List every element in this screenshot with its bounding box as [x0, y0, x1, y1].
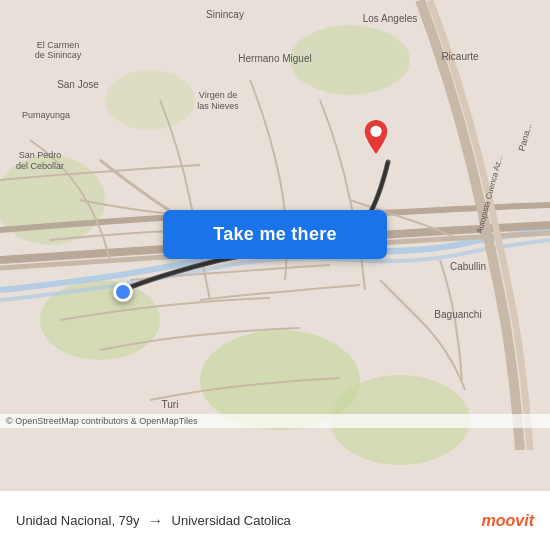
map-container: Sinincay Los Angeles El Carmen de Sininc…: [0, 0, 550, 490]
svg-text:de Sinincay: de Sinincay: [35, 50, 82, 60]
moovit-logo-text: moovit: [482, 512, 534, 530]
svg-text:Virgen de: Virgen de: [199, 90, 237, 100]
svg-text:Sinincay: Sinincay: [206, 9, 244, 20]
svg-text:las Nieves: las Nieves: [197, 101, 239, 111]
route-arrow: →: [148, 512, 164, 530]
svg-text:El Carmen: El Carmen: [37, 40, 80, 50]
svg-text:Turi: Turi: [162, 399, 179, 410]
svg-text:del Cebollar: del Cebollar: [16, 161, 64, 171]
svg-point-6: [105, 70, 195, 130]
route-info: Unidad Nacional, 79y → Universidad Catol…: [16, 512, 291, 530]
svg-text:Los Angeles: Los Angeles: [363, 13, 418, 24]
svg-text:Ricaurte: Ricaurte: [441, 51, 479, 62]
origin-marker: [113, 282, 133, 302]
take-me-there-button[interactable]: Take me there: [163, 210, 387, 259]
svg-text:Hermano Miguel: Hermano Miguel: [238, 53, 311, 64]
svg-point-25: [370, 126, 381, 137]
attribution-text: © OpenStreetMap contributors & OpenMapTi…: [6, 416, 197, 426]
bottom-bar: Unidad Nacional, 79y → Universidad Catol…: [0, 490, 550, 550]
map-attribution: © OpenStreetMap contributors & OpenMapTi…: [0, 414, 550, 428]
svg-text:Pumayunga: Pumayunga: [22, 110, 70, 120]
route-origin: Unidad Nacional, 79y: [16, 513, 140, 528]
route-destination: Universidad Catolica: [172, 513, 291, 528]
moovit-logo: moovit: [482, 512, 534, 530]
take-me-there-label: Take me there: [213, 224, 337, 245]
svg-text:Cabullin: Cabullin: [450, 261, 486, 272]
svg-text:San Pedro: San Pedro: [19, 150, 62, 160]
svg-text:Baguanchi: Baguanchi: [434, 309, 481, 320]
svg-text:San Jose: San Jose: [57, 79, 99, 90]
